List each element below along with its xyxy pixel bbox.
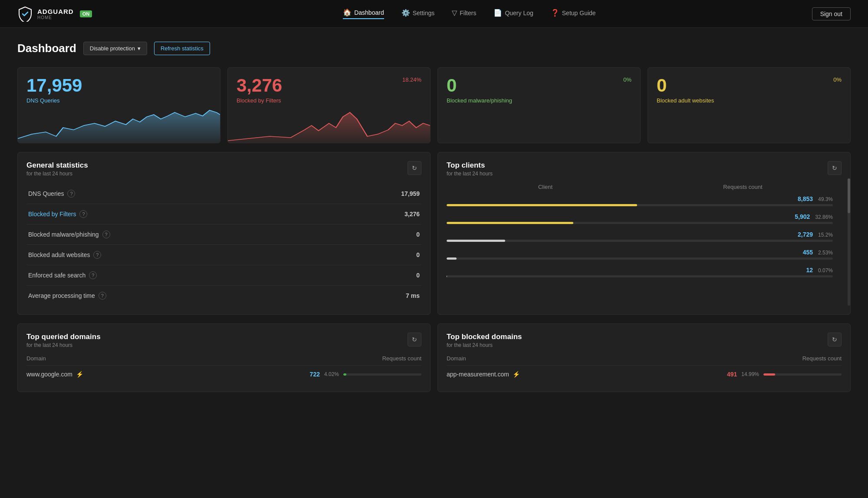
stat-row-label: Blocked adult websites ? bbox=[28, 251, 339, 259]
stat-cards: 17,959 DNS Queries bbox=[17, 67, 851, 143]
table-row: DNS Queries ? 17,959 bbox=[26, 184, 421, 204]
brand-name: ADGUARD bbox=[37, 8, 74, 15]
domain-count: 722 bbox=[310, 371, 320, 378]
nav-dashboard[interactable]: 🏠 Dashboard bbox=[343, 8, 384, 19]
sign-out-button[interactable]: Sign out bbox=[812, 7, 851, 20]
domain-col-header: Domain bbox=[447, 355, 466, 362]
table-row: Enforced safe search ? 0 bbox=[26, 265, 421, 286]
progress-bar bbox=[447, 275, 833, 277]
filter-icon: ▽ bbox=[452, 9, 457, 17]
domain-bar bbox=[763, 373, 842, 376]
refresh-statistics-button[interactable]: Refresh statistics bbox=[154, 42, 210, 55]
domain-pct: 4.02% bbox=[324, 371, 339, 377]
top-queried-refresh-button[interactable]: ↻ bbox=[408, 333, 421, 346]
top-blocked-title: Top blocked domains bbox=[447, 333, 522, 341]
domain-count: 491 bbox=[727, 371, 737, 378]
stat-card-header: 3,276 Blocked by Filters 18.24% bbox=[237, 76, 421, 104]
table-row: Blocked malware/phishing ? 0 bbox=[26, 224, 421, 245]
top-queried-panel: Top queried domains for the last 24 hour… bbox=[17, 323, 431, 392]
home-icon: 🏠 bbox=[343, 8, 352, 16]
status-badge: ON bbox=[80, 10, 92, 17]
progress-bar bbox=[447, 240, 833, 242]
client-pct: 49.3% bbox=[818, 196, 833, 202]
page-header: Dashboard Disable protection ▾ Refresh s… bbox=[17, 42, 851, 55]
progress-fill bbox=[447, 257, 457, 260]
blocked-filters-label: Blocked by Filters bbox=[237, 97, 282, 104]
log-icon: 📄 bbox=[493, 9, 502, 17]
external-link-icon: ⚡ bbox=[76, 371, 83, 378]
list-item: 5,902 32.86% bbox=[447, 213, 833, 224]
list-item: www.google.com ⚡ 722 4.02% bbox=[26, 365, 421, 383]
dns-queries-stat-value: 17,959 bbox=[340, 184, 421, 204]
panel-header: General statistics for the last 24 hours… bbox=[26, 161, 421, 177]
client-pct: 0.07% bbox=[818, 267, 833, 274]
stat-card-header: 0 Blocked adult websites 0% bbox=[657, 76, 842, 104]
domain-bar bbox=[343, 373, 421, 376]
client-row-info: 2,729 15.2% bbox=[447, 231, 833, 238]
stat-row-label: Blocked malware/phishing ? bbox=[28, 231, 339, 238]
top-blocked-refresh-button[interactable]: ↻ bbox=[828, 333, 842, 346]
blocked-filters-link[interactable]: Blocked by Filters bbox=[28, 211, 76, 218]
blocked-adult-value: 0 bbox=[657, 76, 714, 95]
general-stats-panel: General statistics for the last 24 hours… bbox=[17, 152, 431, 315]
progress-bar bbox=[447, 204, 833, 206]
domain-table-header: Domain Requests count bbox=[26, 355, 421, 365]
blocked-adult-stat-value: 0 bbox=[340, 245, 421, 265]
progress-fill bbox=[447, 222, 573, 224]
progress-bar bbox=[447, 257, 833, 260]
general-stats-title: General statistics bbox=[26, 161, 88, 170]
blocked-adult-label: Blocked adult websites bbox=[657, 97, 714, 104]
client-count: 12 bbox=[806, 267, 813, 274]
client-row-info: 5,902 32.86% bbox=[447, 213, 833, 220]
client-pct: 2.53% bbox=[818, 250, 833, 256]
dropdown-chevron-icon: ▾ bbox=[138, 45, 141, 52]
blocked-filters-percent: 18.24% bbox=[402, 76, 421, 83]
nav-querylog[interactable]: 📄 Query Log bbox=[493, 8, 533, 19]
panel-header: Top blocked domains for the last 24 hour… bbox=[447, 333, 842, 348]
help-circle-icon: ? bbox=[93, 251, 101, 259]
shield-icon bbox=[17, 6, 33, 22]
dns-queries-value: 17,959 bbox=[26, 76, 82, 95]
dns-queries-label: DNS Queries bbox=[26, 97, 82, 104]
domain-name: app-measurement.com ⚡ bbox=[447, 371, 520, 378]
progress-bar bbox=[447, 222, 833, 224]
progress-fill bbox=[447, 275, 447, 277]
client-count: 8,853 bbox=[798, 195, 813, 202]
nav-setup[interactable]: ❓ Setup Guide bbox=[551, 8, 596, 19]
scrollbar-thumb[interactable] bbox=[848, 178, 850, 213]
help-circle-icon: ? bbox=[79, 210, 87, 218]
requests-col-header: Requests count bbox=[382, 355, 421, 362]
settings-icon: ⚙️ bbox=[401, 9, 410, 17]
stat-card-dns: 17,959 DNS Queries bbox=[17, 67, 220, 143]
table-row: Blocked adult websites ? 0 bbox=[26, 245, 421, 265]
top-clients-refresh-button[interactable]: ↻ bbox=[828, 161, 842, 175]
progress-fill bbox=[447, 240, 505, 242]
list-item: 8,853 49.3% bbox=[447, 195, 833, 206]
help-circle-icon: ? bbox=[89, 271, 97, 279]
domain-bar-fill bbox=[343, 373, 346, 376]
bottom-panels: Top queried domains for the last 24 hour… bbox=[17, 323, 851, 392]
external-link-icon: ⚡ bbox=[513, 371, 520, 378]
dns-chart bbox=[18, 104, 220, 143]
client-pct: 15.2% bbox=[818, 232, 833, 238]
stat-card-malware: 0 Blocked malware/phishing 0% bbox=[437, 67, 641, 143]
list-item: 2,729 15.2% bbox=[447, 231, 833, 242]
nav-settings[interactable]: ⚙️ Settings bbox=[401, 8, 435, 19]
stat-card-header: 0 Blocked malware/phishing 0% bbox=[447, 76, 631, 104]
disable-protection-button[interactable]: Disable protection ▾ bbox=[83, 42, 147, 55]
panel-header: Top clients for the last 24 hours ↻ bbox=[447, 161, 842, 177]
blocked-filters-value: 3,276 bbox=[237, 76, 282, 95]
clients-table-header: Client Requests count bbox=[447, 184, 842, 190]
stat-card-header: 17,959 DNS Queries bbox=[26, 76, 211, 104]
client-count: 2,729 bbox=[798, 231, 813, 238]
stat-row-label: Enforced safe search ? bbox=[28, 271, 339, 279]
general-stats-refresh-button[interactable]: ↻ bbox=[408, 161, 421, 175]
nav-filters[interactable]: ▽ Filters bbox=[452, 8, 476, 19]
domain-name: www.google.com ⚡ bbox=[26, 371, 83, 378]
requests-col-header: Requests count bbox=[644, 184, 842, 190]
blocked-malware-percent: 0% bbox=[623, 76, 631, 83]
domain-stats: 491 14.99% bbox=[727, 371, 842, 378]
scrollbar-track[interactable] bbox=[848, 178, 850, 306]
stat-card-blocked-filters: 3,276 Blocked by Filters 18.24% bbox=[227, 67, 431, 143]
safe-search-stat-value: 0 bbox=[340, 265, 421, 286]
